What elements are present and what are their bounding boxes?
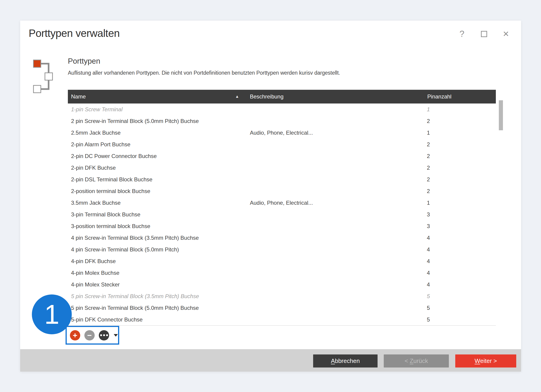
column-header-name[interactable]: Name: [71, 93, 86, 100]
maximize-button[interactable]: [478, 27, 490, 40]
next-button[interactable]: Weiter >: [455, 354, 516, 367]
cell-name: 4-pin Molex Buchse: [71, 270, 120, 276]
cell-pinanzahl: 4: [427, 235, 430, 241]
table-row[interactable]: 5-pin DFK Connector Buchse5: [68, 314, 496, 325]
cell-pinanzahl: 2: [427, 153, 430, 159]
cell-pinanzahl: 2: [427, 141, 430, 148]
cell-pinanzahl: 5: [427, 305, 430, 311]
column-header-pinanzahl[interactable]: Pinanzahl: [427, 93, 451, 100]
cell-name: 4-pin DFK Buchse: [71, 258, 116, 265]
table-row[interactable]: 4-pin Molex Stecker4: [68, 279, 496, 290]
page-title: Porttypen: [68, 57, 100, 66]
table-row[interactable]: 4 pin Screw-in Terminal Block (3.5mm Pit…: [68, 232, 496, 244]
table-row[interactable]: 2.5mm Jack BuchseAudio, Phone, Electrica…: [68, 127, 496, 138]
cell-name: 5 pin Screw-in Terminal Block (5.0mm Pit…: [71, 305, 199, 311]
table-row[interactable]: 2-pin DC Power Connector Buchse2: [68, 150, 496, 162]
cell-pinanzahl: 5: [427, 316, 430, 323]
back-button[interactable]: < Zurück: [384, 354, 449, 367]
remove-button[interactable]: −: [84, 330, 95, 341]
cell-name: 2 pin Screw-in Terminal Block (5.0mm Pit…: [71, 118, 199, 124]
table-row[interactable]: 2-pin DFK Buchse2: [68, 162, 496, 173]
cell-pinanzahl: 4: [427, 258, 430, 265]
sort-ascending-icon: ▲: [235, 94, 239, 99]
help-icon: ?: [459, 30, 464, 38]
table-row[interactable]: 2-pin DSL Terminal Block Buchse2: [68, 173, 496, 185]
minus-icon: −: [87, 331, 92, 339]
more-icon: [100, 334, 102, 336]
cell-beschreibung: Audio, Phone, Electrical...: [250, 200, 313, 206]
table-row[interactable]: 3-position terminal block Buchse3: [68, 220, 496, 232]
cell-pinanzahl: 1: [427, 130, 430, 136]
cell-name: 2.5mm Jack Buchse: [71, 130, 120, 136]
cell-name: 2-pin DFK Buchse: [71, 165, 116, 171]
table-row[interactable]: 3.5mm Jack BuchseAudio, Phone, Electrica…: [68, 197, 496, 209]
cell-name: 2-pin Alarm Port Buchse: [71, 141, 130, 148]
table-row[interactable]: 4-pin Molex Buchse4: [68, 267, 496, 279]
help-button[interactable]: ?: [456, 27, 468, 40]
table-body: 1-pin Screw Terminal12 pin Screw-in Term…: [68, 103, 496, 326]
cell-name: 3-position terminal block Buchse: [71, 223, 150, 229]
column-header-beschreibung[interactable]: Beschreibung: [250, 93, 284, 100]
close-button[interactable]: ✕: [499, 27, 512, 40]
table-row[interactable]: 4-pin DFK Buchse4: [68, 255, 496, 267]
window-title: Porttypen verwalten: [29, 27, 120, 39]
cell-name: 4-pin Molex Stecker: [71, 281, 120, 288]
table-row[interactable]: 3-pin Terminal Block Buchse3: [68, 209, 496, 220]
cell-pinanzahl: 4: [427, 270, 430, 276]
table-row[interactable]: 2 pin Screw-in Terminal Block (5.0mm Pit…: [68, 115, 496, 127]
porttypen-table: Name ▲ Beschreibung Pinanzahl 1-pin Scre…: [68, 90, 496, 326]
vertical-scrollbar-thumb[interactable]: [499, 100, 503, 130]
porttypen-verwalten-dialog: Porttypen verwalten ? ✕ Porttypen Auflis…: [20, 20, 521, 372]
cell-name: 3.5mm Jack Buchse: [71, 200, 120, 206]
cell-pinanzahl: 5: [427, 293, 430, 300]
cell-name: 3-pin Terminal Block Buchse: [71, 211, 140, 218]
table-row[interactable]: 1-pin Screw Terminal1: [68, 103, 496, 115]
table-row[interactable]: 4 pin Screw-in Terminal Block (5.0mm Pit…: [68, 244, 496, 255]
cell-name: 4 pin Screw-in Terminal Block (3.5mm Pit…: [71, 235, 199, 241]
cell-pinanzahl: 4: [427, 246, 430, 253]
cell-name: 2-pin DSL Terminal Block Buchse: [71, 176, 152, 183]
cell-beschreibung: Audio, Phone, Electrical...: [250, 130, 313, 136]
cell-name: 4 pin Screw-in Terminal Block (5.0mm Pit…: [71, 246, 179, 253]
more-actions-button[interactable]: [99, 330, 109, 341]
row-actions-toolbar: + −: [66, 326, 119, 345]
cell-pinanzahl: 2: [427, 176, 430, 183]
plus-icon: +: [73, 331, 78, 339]
page-description: Auflistung aller vorhandenen Porttypen. …: [68, 70, 340, 76]
wizard-step-icon: [32, 59, 55, 95]
table-header: Name ▲ Beschreibung Pinanzahl: [68, 90, 496, 103]
cell-name: 5-pin DFK Connector Buchse: [71, 316, 143, 323]
annotation-step-badge: 1: [32, 295, 72, 334]
cell-pinanzahl: 2: [427, 165, 430, 171]
cell-pinanzahl: 2: [427, 118, 430, 124]
cell-name: 2-position terminal block Buchse: [71, 188, 150, 194]
cancel-button[interactable]: Abbrechen: [313, 354, 378, 367]
add-button[interactable]: +: [70, 330, 80, 341]
dropdown-caret-icon[interactable]: [114, 334, 118, 336]
table-row[interactable]: 5 pin Screw-in Terminal Block (3.5mm Pit…: [68, 290, 496, 302]
table-row[interactable]: 5 pin Screw-in Terminal Block (5.0mm Pit…: [68, 302, 496, 314]
maximize-icon: [481, 31, 487, 37]
table-row[interactable]: 2-position terminal block Buchse2: [68, 185, 496, 197]
cell-pinanzahl: 4: [427, 281, 430, 288]
cell-name: 1-pin Screw Terminal: [71, 106, 123, 113]
cell-name: 5 pin Screw-in Terminal Block (3.5mm Pit…: [71, 293, 199, 300]
cell-pinanzahl: 3: [427, 223, 430, 229]
window-controls: ? ✕: [456, 27, 512, 40]
close-icon: ✕: [503, 30, 509, 38]
cell-pinanzahl: 2: [427, 188, 430, 194]
cell-pinanzahl: 3: [427, 211, 430, 218]
cell-pinanzahl: 1: [427, 106, 430, 113]
cell-pinanzahl: 1: [427, 200, 430, 206]
cell-name: 2-pin DC Power Connector Buchse: [71, 153, 157, 159]
step-number: 1: [44, 299, 59, 330]
table-row[interactable]: 2-pin Alarm Port Buchse2: [68, 138, 496, 150]
